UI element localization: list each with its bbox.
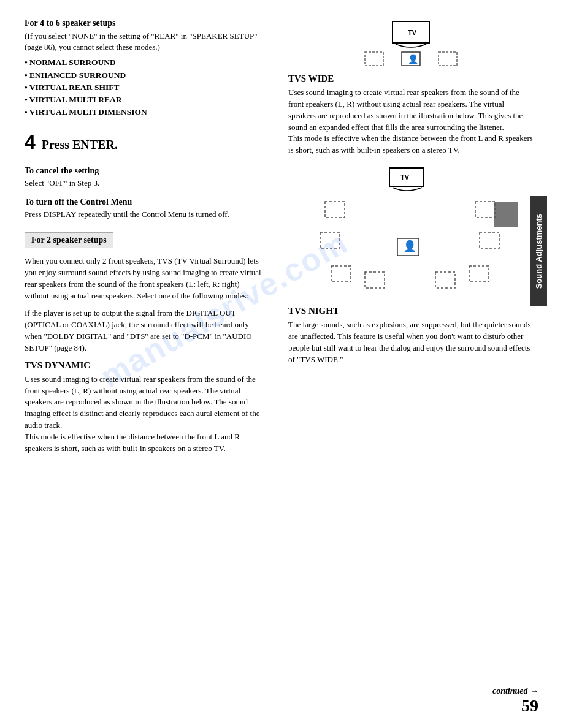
left-column: For 4 to 6 speaker setups (If you select… <box>0 12 276 469</box>
step-4: 4 Press ENTER. <box>25 131 264 154</box>
step-number: 4 <box>25 131 36 154</box>
tvs-dynamic-title: TVS DYNAMIC <box>25 360 264 371</box>
four-to-six-speaker-section: For 4 to 6 speaker setups (If you select… <box>25 18 264 119</box>
four-to-six-intro: (If you select "NONE" in the setting of … <box>25 31 264 53</box>
right-column: Sound Adjustments TV 👤 <box>276 12 546 469</box>
svg-rect-14 <box>365 272 385 288</box>
bullet-item-4: VIRTUAL MULTI REAR <box>25 94 264 106</box>
tvs-night-body: The large sounds, such as explosions, ar… <box>288 319 534 365</box>
footer-right: continued → 59 <box>492 686 538 716</box>
sound-adjustments-label: Sound Adjustments <box>534 214 543 289</box>
tvs-night-section: TVS NIGHT The large sounds, such as expl… <box>288 306 534 365</box>
svg-text:👤: 👤 <box>403 240 417 253</box>
svg-text:👤: 👤 <box>408 54 419 64</box>
tvs-wide-section: TVS WIDE Uses sound imaging to create vi… <box>288 74 534 156</box>
bullet-list: NORMAL SURROUND ENHANCED SURROUND VIRTUA… <box>25 56 264 118</box>
svg-rect-13 <box>469 266 489 282</box>
tvs-night-title: TVS NIGHT <box>288 306 534 316</box>
step-instruction: Press ENTER. <box>42 138 118 152</box>
svg-rect-10 <box>320 232 340 248</box>
cancel-setting-title: To cancel the setting <box>25 166 264 176</box>
tvs-wide-body: Uses sound imaging to create virtual rea… <box>288 87 534 156</box>
svg-rect-8 <box>325 202 345 218</box>
svg-rect-15 <box>435 272 455 288</box>
svg-rect-12 <box>331 266 351 282</box>
two-speaker-box: For 2 speaker setups <box>25 232 113 248</box>
bullet-item-2: ENHANCED SURROUND <box>25 69 264 82</box>
svg-text:TV: TV <box>400 173 410 181</box>
svg-rect-11 <box>480 232 499 248</box>
digital-out-note: If the player is set up to output the si… <box>25 308 264 354</box>
tv-top-svg: TV 👤 <box>350 18 472 67</box>
svg-rect-9 <box>475 202 495 218</box>
page-footer: continued → 59 <box>0 686 563 716</box>
tvs-wide-svg: TV <box>319 165 503 300</box>
cancel-setting-text: Select "OFF" in Step 3. <box>25 178 264 189</box>
tvs-wide-title: TVS WIDE <box>288 74 534 84</box>
cancel-setting-section: To cancel the setting Select "OFF" in St… <box>25 166 264 189</box>
turn-off-title: To turn off the Control Menu <box>25 197 264 207</box>
bullet-item-5: VIRTUAL MULTI DIMENSION <box>25 106 264 118</box>
svg-rect-5 <box>439 52 457 66</box>
tvs-dynamic-section: TVS DYNAMIC Uses sound imaging to create… <box>25 360 264 455</box>
svg-rect-2 <box>365 52 383 66</box>
svg-text:TV: TV <box>408 29 417 36</box>
turn-off-text: Press DISPLAY repeatedly until the Contr… <box>25 209 264 220</box>
page-number: 59 <box>492 696 538 716</box>
tvs-wide-illustration: TV <box>288 165 534 300</box>
tvs-dynamic-body: Uses sound imaging to create virtual rea… <box>25 374 264 455</box>
bullet-item-3: VIRTUAL REAR SHIFT <box>25 82 264 94</box>
two-speaker-body: When you connect only 2 front speakers, … <box>25 256 264 301</box>
main-layout: For 4 to 6 speaker setups (If you select… <box>0 12 563 469</box>
tv-illustration-top: TV 👤 <box>288 18 534 67</box>
four-to-six-header: For 4 to 6 speaker setups <box>25 18 264 28</box>
turn-off-menu-section: To turn off the Control Menu Press DISPL… <box>25 197 264 220</box>
page-container: manualsrive.com For 4 to 6 speaker setup… <box>0 0 563 728</box>
sound-adjustments-tab: Sound Adjustments <box>530 196 547 306</box>
continued-label: continued → <box>492 686 538 696</box>
bullet-item-1: NORMAL SURROUND <box>25 56 264 69</box>
